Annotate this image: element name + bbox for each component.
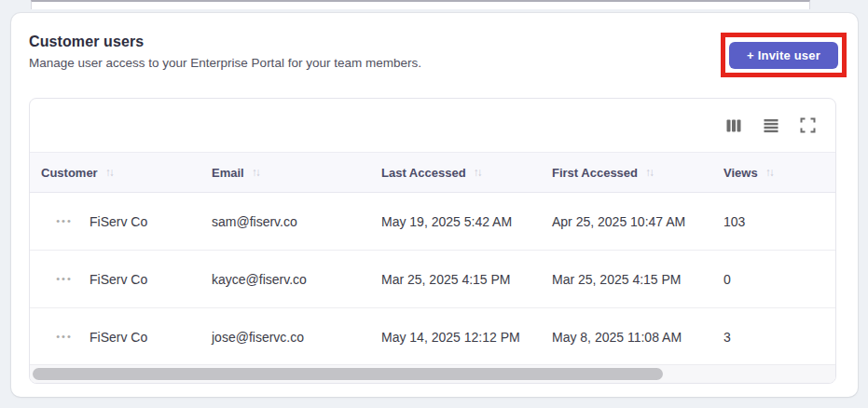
columns-icon[interactable] (725, 117, 742, 134)
column-header-email[interactable]: Email ↑↓ (200, 166, 370, 180)
density-icon[interactable] (763, 117, 779, 134)
column-header-last-accessed[interactable]: Last Accessed ↑↓ (370, 166, 541, 180)
row-menu-icon[interactable]: ••• (54, 274, 75, 284)
fullscreen-icon[interactable] (800, 117, 817, 134)
table-toolbar (30, 99, 835, 152)
first-accessed-cell: Mar 25, 2025 4:15 PM (541, 272, 712, 287)
email-cell: kayce@fiserv.co (200, 272, 370, 287)
row-menu-icon[interactable]: ••• (54, 216, 75, 226)
users-table: Customer ↑↓ Email ↑↓ Last Accessed ↑↓ Fi… (29, 98, 836, 384)
sort-icon[interactable]: ↑↓ (645, 166, 653, 179)
column-header-first-accessed[interactable]: First Accessed ↑↓ (541, 166, 712, 180)
row-menu-icon[interactable]: ••• (54, 332, 75, 342)
last-accessed-cell: May 19, 2025 5:42 AM (370, 214, 541, 229)
column-label: Views (723, 166, 758, 180)
last-accessed-cell: Mar 25, 2025 4:15 PM (370, 272, 541, 287)
table-row: ••• FiServ Co jose@fiservc.co May 14, 20… (30, 308, 835, 366)
customer-name: FiServ Co (90, 272, 147, 287)
customer-users-card: Customer users Manage user access to you… (11, 13, 858, 397)
customer-cell: ••• FiServ Co (30, 214, 200, 229)
sort-icon[interactable]: ↑↓ (474, 166, 481, 179)
customer-cell: ••• FiServ Co (30, 330, 200, 345)
customer-cell: ••• FiServ Co (30, 272, 200, 287)
column-label: First Accessed (552, 166, 638, 180)
column-header-views[interactable]: Views ↑↓ (712, 166, 835, 180)
table-row: ••• FiServ Co kayce@fiserv.co Mar 25, 20… (30, 251, 835, 308)
first-accessed-cell: Apr 25, 2025 10:47 AM (541, 214, 712, 229)
email-cell: sam@fiserv.co (200, 214, 370, 229)
card-header: Customer users Manage user access to you… (11, 13, 858, 70)
customer-name: FiServ Co (90, 330, 147, 345)
table-header-row: Customer ↑↓ Email ↑↓ Last Accessed ↑↓ Fi… (30, 152, 835, 193)
sort-icon[interactable]: ↑↓ (765, 166, 773, 179)
views-cell: 0 (712, 272, 835, 287)
column-label: Email (212, 166, 244, 180)
sort-icon[interactable]: ↑↓ (105, 166, 113, 179)
first-accessed-cell: May 8, 2025 11:08 AM (541, 330, 712, 345)
views-cell: 103 (712, 214, 835, 229)
column-header-customer[interactable]: Customer ↑↓ (30, 166, 200, 180)
previous-section-edge (31, 0, 810, 9)
horizontal-scrollbar-thumb[interactable] (33, 368, 663, 380)
sort-icon[interactable]: ↑↓ (252, 166, 259, 179)
column-label: Customer (41, 166, 98, 180)
horizontal-scrollbar-track (30, 364, 835, 383)
last-accessed-cell: May 14, 2025 12:12 PM (370, 330, 541, 345)
email-cell: jose@fiservc.co (200, 330, 370, 345)
column-label: Last Accessed (381, 166, 466, 180)
invite-user-button[interactable]: + Invite user (729, 42, 838, 69)
views-cell: 3 (712, 330, 835, 345)
table-row: ••• FiServ Co sam@fiserv.co May 19, 2025… (30, 193, 835, 251)
customer-name: FiServ Co (90, 214, 147, 229)
red-highlight-annotation: + Invite user (721, 33, 847, 77)
